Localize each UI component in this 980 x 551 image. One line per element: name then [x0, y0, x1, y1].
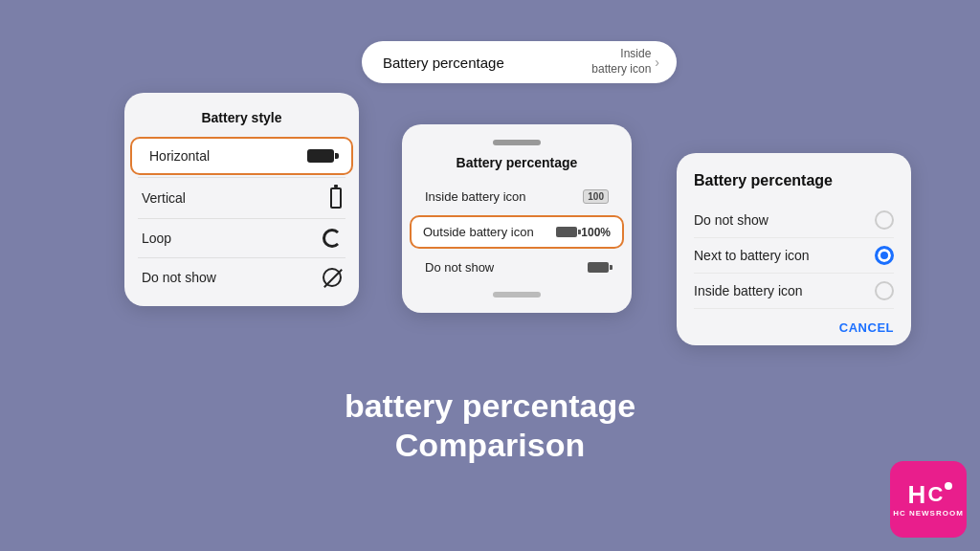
battery-style-donotshow-row[interactable]: Do not show	[124, 258, 359, 297]
phone-notch	[493, 140, 541, 145]
hc-c-wrap: C	[927, 484, 948, 505]
battery-percentage-label: Battery percentage	[383, 55, 504, 71]
inside-battery-row[interactable]: Inside battery icon 100	[410, 182, 624, 211]
hc-c-letter: C	[927, 482, 943, 506]
hc-newsroom-logo: H C HC NEWSROOM	[890, 461, 967, 538]
phone-home-indicator	[493, 292, 541, 298]
bottom-line2: Comparison	[0, 426, 980, 465]
dialog-nexttobattery-row[interactable]: Next to battery icon	[694, 238, 894, 274]
battery-style-horizontal-row[interactable]: Horizontal	[130, 137, 353, 175]
vertical-label: Vertical	[142, 190, 186, 206]
donotshow-mid-label: Do not show	[425, 260, 494, 275]
dialog-insidebattery-label: Inside battery icon	[694, 283, 803, 298]
outside-battery-display: 100%	[556, 226, 611, 239]
donotshow-label: Do not show	[142, 270, 216, 285]
dialog-insidebattery-row[interactable]: Inside battery icon	[694, 274, 894, 309]
top-battery-pill[interactable]: Battery percentage Inside battery icon ›	[362, 41, 677, 83]
chevron-right-icon: ›	[655, 54, 659, 71]
battery-style-vertical-row[interactable]: Vertical	[124, 178, 359, 218]
loop-label: Loop	[142, 231, 171, 246]
battery-none-icon	[323, 268, 342, 287]
dialog-nexttobattery-label: Next to battery icon	[694, 248, 810, 263]
battery-small-icon	[556, 227, 577, 237]
bottom-line1: battery percentage	[0, 386, 980, 426]
battery-loop-icon	[323, 229, 342, 248]
hc-tagline: HC NEWSROOM	[893, 509, 964, 518]
cancel-button[interactable]: CANCEL	[839, 320, 894, 335]
hc-logo-top: H C	[908, 482, 949, 507]
battery-style-title: Battery style	[124, 110, 359, 125]
battery-percentage-card-mid: Battery percentage Inside battery icon 1…	[402, 124, 632, 313]
donotshow-mid-row[interactable]: Do not show	[410, 253, 624, 282]
cancel-button-container: CANCEL	[694, 309, 894, 336]
dialog-insidebattery-radio[interactable]	[875, 281, 894, 300]
dialog-nexttobattery-radio[interactable]	[875, 246, 894, 265]
outside-battery-row[interactable]: Outside battery icon 100%	[410, 215, 624, 249]
hc-dot-icon	[945, 482, 952, 490]
horizontal-label: Horizontal	[149, 148, 210, 164]
battery-vertical-icon	[330, 187, 342, 209]
dialog-title: Battery percentage	[694, 172, 894, 189]
outside-battery-label: Outside battery icon	[423, 225, 534, 239]
hc-h-letter: H	[908, 482, 926, 507]
dialog-donotshow-radio[interactable]	[875, 210, 894, 230]
inside-battery-label: Inside battery icon ›	[591, 47, 659, 77]
battery-style-loop-row[interactable]: Loop	[124, 219, 359, 257]
battery-percentage-mid-title: Battery percentage	[402, 155, 632, 170]
battery-100-badge: 100	[583, 189, 609, 204]
battery-donotshow-icon	[588, 262, 609, 273]
battery-horizontal-icon	[307, 149, 334, 163]
bottom-text: battery percentage Comparison	[0, 386, 980, 465]
dialog-donotshow-label: Do not show	[694, 212, 768, 228]
battery-style-card: Battery style Horizontal Vertical Loop D…	[124, 93, 359, 306]
battery-percentage-dialog: Battery percentage Do not show Next to b…	[677, 153, 911, 345]
dialog-donotshow-row[interactable]: Do not show	[694, 203, 894, 238]
battery-percent-value: 100%	[581, 226, 611, 239]
inside-battery-label: Inside battery icon	[425, 189, 526, 204]
